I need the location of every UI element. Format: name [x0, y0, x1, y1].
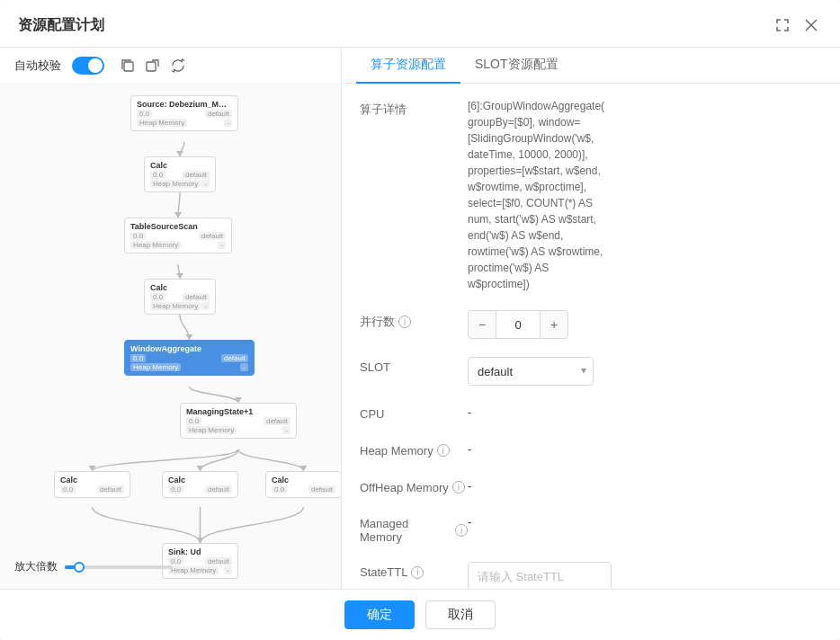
parallel-count-info-icon[interactable]: i — [398, 316, 411, 328]
count-input[interactable] — [496, 310, 540, 339]
svg-rect-3 — [147, 62, 156, 71]
auto-validate-toggle[interactable] — [72, 57, 104, 75]
zoom-slider[interactable] — [65, 565, 173, 569]
auto-validate-label: 自动校验 — [14, 58, 61, 74]
flow-node-n2[interactable]: Calc0.0defaultHeap Memory- — [144, 156, 216, 192]
flow-node-n7[interactable]: Calc0.0default — [54, 471, 130, 498]
close-icon[interactable] — [800, 14, 822, 36]
state-ttl-row: StateTTL i — [360, 562, 822, 589]
slot-select-wrapper: default slot1 slot2 — [468, 357, 594, 386]
fullscreen-icon[interactable] — [772, 14, 793, 36]
dialog-header: 资源配置计划 — [0, 0, 840, 48]
offheap-memory-value: - — [468, 477, 822, 496]
flow-node-n3[interactable]: TableSourceScan0.0defaultHeap Memory- — [124, 218, 232, 253]
offheap-memory-label: OffHeap Memory i — [360, 477, 468, 494]
parallel-count-label: 并行数 i — [360, 310, 468, 330]
confirm-button[interactable]: 确定 — [344, 600, 415, 629]
parallel-count-row: 并行数 i − + — [360, 310, 822, 339]
slot-select[interactable]: default slot1 slot2 — [468, 357, 594, 386]
dialog-body: 自动校验 — [0, 48, 840, 589]
state-ttl-input[interactable] — [468, 562, 612, 589]
dialog-footer: 确定 取消 — [0, 589, 840, 640]
flow-node-n1[interactable]: Source: Debezium_MYSQL0.0defaultHeap Mem… — [130, 95, 238, 131]
flow-node-n10[interactable]: Sink: Ud0.0defaultHeap Memory- — [162, 543, 238, 579]
graph-content: Source: Debezium_MYSQL0.0defaultHeap Mem… — [0, 84, 341, 589]
cancel-button[interactable]: 取消 — [425, 600, 496, 629]
offheap-memory-info-icon[interactable]: i — [452, 481, 465, 493]
heap-memory-info-icon[interactable]: i — [437, 444, 450, 457]
graph-panel: 自动校验 — [0, 48, 342, 589]
heap-memory-row: Heap Memory i - — [360, 440, 822, 459]
expand-icon[interactable] — [144, 57, 162, 75]
parallel-count-control: − + — [468, 310, 822, 339]
slot-row: SLOT default slot1 slot2 — [360, 357, 822, 386]
slot-control: default slot1 slot2 — [468, 357, 822, 386]
tab-operator[interactable]: 算子资源配置 — [356, 48, 460, 84]
managed-memory-row: Managed Memory i - — [360, 513, 822, 544]
state-ttl-control — [468, 562, 822, 589]
flow-node-n6[interactable]: ManagingState+10.0defaultHeap Memory- — [180, 403, 297, 439]
tabs-bar: 算子资源配置 SLOT资源配置 — [342, 48, 840, 84]
operator-details-label: 算子详情 — [360, 98, 468, 118]
copy-icon[interactable] — [119, 57, 137, 75]
cpu-label: CPU — [360, 404, 468, 421]
heap-memory-label: Heap Memory i — [360, 440, 468, 458]
count-decrement-button[interactable]: − — [468, 310, 496, 339]
heap-memory-value: - — [468, 440, 822, 459]
tab-slot[interactable]: SLOT资源配置 — [460, 48, 573, 84]
flow-node-n9[interactable]: Calc0.0default — [265, 471, 341, 498]
state-ttl-label: StateTTL i — [360, 562, 468, 579]
zoom-slider-thumb[interactable] — [74, 562, 85, 573]
flow-node-n8[interactable]: Calc0.0default — [162, 471, 238, 498]
flow-node-n4[interactable]: Calc0.0defaultHeap Memory- — [144, 279, 216, 315]
slot-label: SLOT — [360, 357, 468, 374]
panel-content: 算子详情 [6]:GroupWindowAggregate( groupBy=[… — [342, 84, 840, 589]
count-increment-button[interactable]: + — [540, 310, 568, 339]
managed-memory-value: - — [468, 513, 822, 532]
operator-details-value: [6]:GroupWindowAggregate( groupBy=[$0], … — [468, 98, 822, 292]
state-ttl-info-icon[interactable]: i — [411, 566, 424, 579]
dialog-title: 资源配置计划 — [18, 16, 104, 35]
operator-details-row: 算子详情 [6]:GroupWindowAggregate( groupBy=[… — [360, 98, 822, 292]
graph-toolbar: 自动校验 — [0, 48, 341, 84]
zoom-control: 放大倍数 — [14, 559, 173, 574]
flow-node-n5[interactable]: WindowAggregate0.0defaultHeap Memory- — [124, 340, 255, 376]
managed-memory-info-icon[interactable]: i — [455, 524, 468, 537]
zoom-label: 放大倍数 — [14, 559, 58, 574]
refresh-icon[interactable] — [169, 57, 187, 75]
managed-memory-label: Managed Memory i — [360, 513, 468, 544]
right-panel: 算子资源配置 SLOT资源配置 算子详情 [6]:GroupWindowAggr… — [342, 48, 840, 589]
header-actions — [772, 14, 822, 36]
offheap-memory-row: OffHeap Memory i - — [360, 477, 822, 496]
cpu-value: - — [468, 404, 822, 422]
count-control: − + — [468, 310, 822, 339]
resource-config-dialog: 资源配置计划 自动校验 — [0, 0, 840, 640]
cpu-row: CPU - — [360, 404, 822, 422]
svg-rect-2 — [124, 62, 133, 71]
